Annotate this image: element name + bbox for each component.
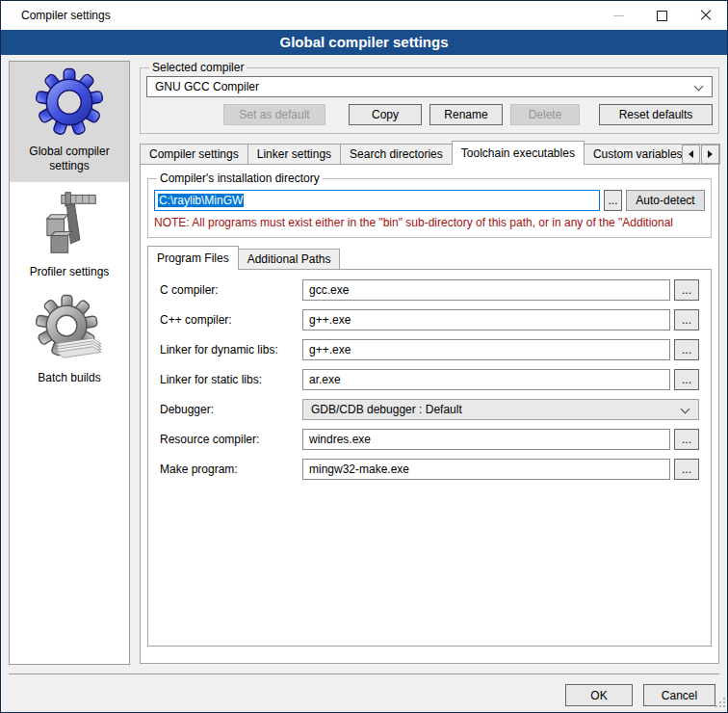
main-panel: Selected compiler GNU GCC Compiler Set a…: [140, 61, 719, 665]
titlebar[interactable]: Compiler settings: [1, 1, 727, 30]
program-files-tabstrip: Program Files Additional Paths: [147, 246, 712, 270]
page-title: Global compiler settings: [1, 30, 727, 55]
dialog-body: Global compiler settings: [1, 55, 727, 665]
compiler-buttons-row: Set as default Copy Rename Delete Reset …: [146, 104, 713, 125]
c-compiler-row: C compiler: ...: [160, 279, 699, 301]
tab-scroll-arrows: [681, 145, 719, 164]
tab-scroll-left-button[interactable]: [682, 145, 700, 164]
dynamic-linker-row: Linker for dynamic libs: ...: [160, 339, 699, 360]
sidebar-item-label: Profiler settings: [30, 265, 110, 279]
dynamic-linker-label: Linker for dynamic libs:: [160, 343, 302, 356]
c-compiler-browse-button[interactable]: ...: [674, 279, 699, 301]
titlebar-buttons: [597, 1, 727, 30]
set-as-default-button[interactable]: Set as default: [223, 104, 325, 125]
sidebar-item-label: Batch builds: [38, 371, 100, 385]
program-files-panel: C compiler: ... C++ compiler: ... Linker…: [147, 269, 712, 647]
make-program-input[interactable]: [302, 459, 670, 480]
debugger-select-value: GDB/CDB debugger : Default: [311, 403, 462, 416]
c-compiler-label: C compiler:: [160, 283, 302, 297]
make-program-label: Make program:: [160, 462, 302, 476]
arrow-left-icon: [689, 150, 693, 158]
copy-button[interactable]: Copy: [349, 104, 422, 125]
subtab-program-files[interactable]: Program Files: [147, 246, 239, 270]
ok-button[interactable]: OK: [565, 684, 633, 706]
close-button[interactable]: [684, 1, 727, 30]
arrow-right-icon: [708, 150, 713, 158]
auto-detect-button[interactable]: Auto-detect: [626, 190, 705, 211]
maximize-button[interactable]: [640, 1, 684, 30]
rename-button[interactable]: Rename: [429, 104, 503, 125]
c-compiler-input[interactable]: [302, 279, 670, 301]
tab-compiler-settings[interactable]: Compiler settings: [140, 144, 248, 165]
resize-grip[interactable]: [715, 697, 725, 710]
compiler-select-value: GNU GCC Compiler: [155, 80, 259, 93]
bin-subdirectory-note: NOTE: All programs must exist either in …: [154, 216, 705, 229]
tab-linker-settings[interactable]: Linker settings: [247, 144, 341, 165]
installation-directory-group: Compiler's installation directory C:\ray…: [147, 172, 712, 238]
close-icon: [700, 10, 712, 21]
compiler-settings-dialog: Compiler settings Global compiler settin…: [0, 0, 728, 713]
installation-directory-input[interactable]: C:\raylib\MinGW: [154, 190, 600, 211]
installation-directory-group-label: Compiler's installation directory: [157, 172, 323, 185]
resource-compiler-browse-button[interactable]: ...: [674, 429, 699, 450]
caliper-icon: [37, 188, 102, 261]
static-linker-input[interactable]: [302, 369, 670, 390]
minimize-icon: [613, 15, 624, 16]
gray-gear-stack-icon: [35, 294, 104, 367]
maximize-icon: [657, 11, 667, 21]
blue-gear-icon: [35, 67, 104, 141]
minimize-button[interactable]: [597, 1, 640, 30]
debugger-label: Debugger:: [160, 403, 302, 416]
chevron-down-icon: [681, 405, 690, 414]
cpp-compiler-label: C++ compiler:: [160, 313, 302, 327]
make-program-row: Make program: ...: [160, 459, 699, 480]
toolchain-executables-page: Compiler's installation directory C:\ray…: [140, 164, 719, 664]
sidebar-item-profiler-settings[interactable]: Profiler settings: [10, 182, 129, 288]
static-linker-browse-button[interactable]: ...: [674, 369, 699, 390]
tab-search-directories[interactable]: Search directories: [340, 144, 453, 165]
footer: OK Cancel: [1, 674, 727, 706]
reset-defaults-button[interactable]: Reset defaults: [599, 104, 713, 125]
resource-compiler-input[interactable]: [302, 429, 670, 450]
tab-custom-variables[interactable]: Custom variables: [584, 144, 692, 165]
debugger-select[interactable]: GDB/CDB debugger : Default: [302, 399, 699, 420]
dynamic-linker-browse-button[interactable]: ...: [674, 339, 699, 360]
installation-directory-value: C:\raylib\MinGW: [158, 194, 244, 207]
browse-directory-button[interactable]: ...: [604, 190, 622, 211]
subtab-additional-paths[interactable]: Additional Paths: [238, 249, 341, 270]
static-linker-label: Linker for static libs:: [160, 373, 302, 386]
static-linker-row: Linker for static libs: ...: [160, 369, 699, 390]
resource-compiler-row: Resource compiler: ...: [160, 429, 699, 450]
settings-tabstrip: Compiler settings Linker settings Search…: [140, 141, 719, 165]
tab-scroll-right-button[interactable]: [701, 145, 719, 164]
sidebar-item-batch-builds[interactable]: Batch builds: [10, 288, 129, 394]
cancel-button[interactable]: Cancel: [643, 684, 715, 706]
dynamic-linker-input[interactable]: [302, 339, 670, 360]
installation-directory-row: C:\raylib\MinGW ... Auto-detect: [154, 190, 705, 211]
resource-compiler-label: Resource compiler:: [160, 433, 302, 446]
cpp-compiler-browse-button[interactable]: ...: [674, 309, 699, 330]
selected-compiler-group-label: Selected compiler: [149, 61, 247, 74]
tab-toolchain-executables[interactable]: Toolchain executables: [452, 141, 585, 165]
delete-button[interactable]: Delete: [510, 104, 580, 125]
sidebar: Global compiler settings: [9, 61, 130, 665]
cpp-compiler-input[interactable]: [302, 309, 670, 330]
sidebar-item-label: Global compiler settings: [13, 145, 125, 173]
window-title: Compiler settings: [1, 9, 111, 22]
compiler-select[interactable]: GNU GCC Compiler: [146, 76, 713, 97]
selected-compiler-group: Selected compiler GNU GCC Compiler Set a…: [140, 61, 719, 134]
chevron-down-icon: [694, 82, 704, 92]
sidebar-item-global-compiler-settings[interactable]: Global compiler settings: [10, 62, 129, 182]
make-program-browse-button[interactable]: ...: [674, 459, 699, 480]
debugger-row: Debugger: GDB/CDB debugger : Default: [160, 399, 699, 420]
cpp-compiler-row: C++ compiler: ...: [160, 309, 699, 330]
